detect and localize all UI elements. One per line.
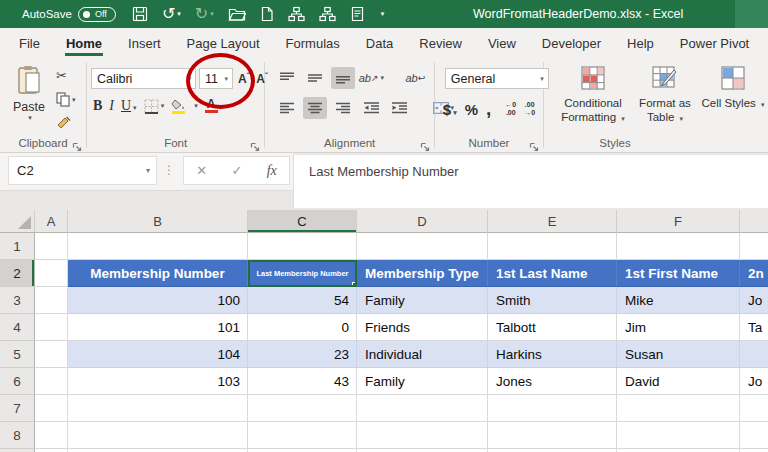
tab-review[interactable]: Review	[406, 28, 475, 58]
new-document-icon[interactable]	[260, 6, 274, 22]
borders-dropdown-icon[interactable]: ▾	[161, 102, 165, 110]
tab-file[interactable]: File	[6, 28, 53, 58]
cell-d5[interactable]: Individual	[357, 341, 488, 368]
column-header-d[interactable]: D	[357, 210, 488, 233]
column-header-g[interactable]	[740, 210, 768, 233]
orientation-button[interactable]: ab↗ ▾	[359, 67, 383, 89]
decrease-decimal-button[interactable]: .00 →0	[524, 101, 535, 117]
cell[interactable]	[35, 422, 68, 449]
copy-button[interactable]: ▾	[56, 92, 76, 107]
cell-e3[interactable]: Smith	[488, 287, 617, 314]
cell-e6[interactable]: Jones	[488, 368, 617, 395]
cut-button[interactable]: ✂	[56, 68, 67, 83]
cell[interactable]	[357, 233, 488, 260]
open-icon[interactable]	[228, 7, 246, 22]
cell[interactable]	[248, 422, 357, 449]
borders-button[interactable]: ▾	[144, 99, 165, 114]
cell[interactable]	[248, 233, 357, 260]
format-painter-button[interactable]	[56, 116, 71, 130]
cell[interactable]	[740, 233, 768, 260]
cell-g4[interactable]: Ta	[740, 314, 768, 341]
cell[interactable]	[617, 395, 740, 422]
tab-insert[interactable]: Insert	[115, 28, 174, 58]
insert-function-icon[interactable]: fx	[267, 163, 277, 179]
cell[interactable]	[35, 368, 68, 395]
row-header-3[interactable]: 3	[0, 287, 35, 314]
cell[interactable]	[68, 395, 248, 422]
cell[interactable]	[740, 395, 768, 422]
cell[interactable]	[68, 233, 248, 260]
conditional-formatting-dropdown-icon[interactable]: ▾	[621, 115, 625, 122]
paste-dropdown-icon[interactable]: ▾	[28, 114, 32, 122]
cell[interactable]	[68, 422, 248, 449]
select-all-button[interactable]	[0, 210, 35, 233]
row-header-1[interactable]: 1	[0, 233, 35, 260]
cell[interactable]	[35, 233, 68, 260]
tab-developer[interactable]: Developer	[529, 28, 614, 58]
paste-button[interactable]: Paste ▾	[8, 65, 50, 147]
cell-e2[interactable]: 1st Last Name	[488, 260, 617, 287]
orientation-dropdown-icon[interactable]: ▾	[380, 74, 384, 82]
fill-handle[interactable]	[352, 282, 357, 287]
cell-b4[interactable]: 101	[68, 314, 248, 341]
cell[interactable]	[357, 422, 488, 449]
cell-f5[interactable]: Susan	[617, 341, 740, 368]
tab-home[interactable]: Home	[53, 28, 115, 58]
format-as-table-dropdown-icon[interactable]: ▾	[680, 115, 684, 122]
row-header-4[interactable]: 4	[0, 314, 35, 341]
cell[interactable]	[488, 422, 617, 449]
alignment-dialog-launcher-icon[interactable]	[420, 138, 430, 148]
qat-customize-icon[interactable]: ▾	[381, 10, 385, 18]
percent-style-button[interactable]: %	[465, 101, 478, 118]
cell-f2[interactable]: 1st First Name	[617, 260, 740, 287]
hierarchy-alt-icon[interactable]	[319, 6, 336, 22]
formula-bar-handle-icon[interactable]: ⋮	[163, 163, 176, 177]
align-center-button[interactable]	[303, 97, 327, 119]
enter-icon[interactable]: ✓	[231, 163, 242, 178]
fill-color-dropdown-icon[interactable]: ▾	[194, 102, 198, 110]
copy-dropdown-icon[interactable]: ▾	[72, 96, 76, 104]
cell-f3[interactable]: Mike	[617, 287, 740, 314]
font-dialog-launcher-icon[interactable]	[250, 138, 260, 148]
cell-b6[interactable]: 103	[68, 368, 248, 395]
cell-d3[interactable]: Family	[357, 287, 488, 314]
cell-b2[interactable]: Membership Number	[68, 260, 248, 287]
font-name-combo[interactable]: Calibri ▾	[91, 68, 196, 89]
cell-c5[interactable]: 23	[248, 341, 357, 368]
cell[interactable]	[35, 341, 68, 368]
cell-g3[interactable]: Jo	[740, 287, 768, 314]
row-header-2[interactable]: 2	[0, 260, 35, 287]
number-format-combo[interactable]: General ▾	[445, 68, 549, 89]
cell-g5[interactable]	[740, 341, 768, 368]
save-icon[interactable]	[132, 6, 148, 22]
cell[interactable]	[617, 233, 740, 260]
column-header-c[interactable]: C	[248, 210, 357, 233]
undo-dropdown-icon[interactable]: ▾	[177, 10, 181, 18]
cell[interactable]	[35, 314, 68, 341]
hierarchy-icon[interactable]	[288, 6, 305, 22]
column-header-e[interactable]: E	[488, 210, 617, 233]
tab-power-pivot[interactable]: Power Pivot	[667, 28, 762, 58]
bold-button[interactable]: B	[93, 98, 102, 114]
clipboard-dialog-launcher-icon[interactable]	[72, 138, 82, 148]
cell[interactable]	[35, 260, 68, 287]
cell[interactable]	[617, 422, 740, 449]
cell[interactable]	[740, 422, 768, 449]
column-header-b[interactable]: B	[68, 210, 248, 233]
cell-c2-selected[interactable]: Last Membership Number	[248, 260, 357, 287]
row-header-5[interactable]: 5	[0, 341, 35, 368]
increase-indent-button[interactable]	[387, 97, 411, 119]
align-middle-button[interactable]	[303, 67, 327, 89]
cell[interactable]	[357, 395, 488, 422]
row-header-8[interactable]: 8	[0, 422, 35, 449]
name-box-dropdown-icon[interactable]: ▾	[146, 166, 150, 175]
redo-button[interactable]: ↻ ▾	[195, 6, 214, 22]
cell-d2[interactable]: Membership Type	[357, 260, 488, 287]
underline-button[interactable]: U▾	[121, 98, 137, 114]
comma-style-button[interactable]: ,	[486, 98, 491, 120]
align-top-button[interactable]	[275, 67, 299, 89]
accounting-dropdown-icon[interactable]: ▾	[453, 109, 457, 116]
autosave-toggle[interactable]: Off	[78, 7, 116, 22]
number-dialog-launcher-icon[interactable]	[529, 138, 539, 148]
tab-data[interactable]: Data	[353, 28, 406, 58]
